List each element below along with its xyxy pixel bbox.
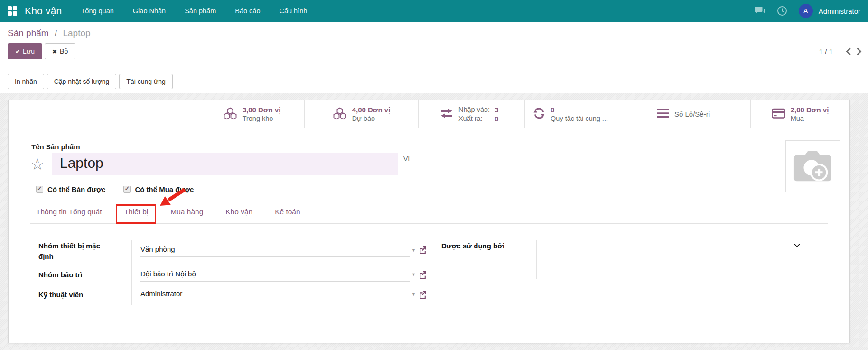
main-menu: Tổng quan Giao Nhận Sản phẩm Báo cáo Cấu…	[81, 7, 307, 15]
product-form-sheet: 3,00 Đơn vị Trong kho 4,00 Đơn vị	[8, 100, 850, 343]
breadcrumb: Sản phẩm / Laptop	[0, 22, 868, 39]
annotation-red-rectangle	[116, 204, 156, 224]
menu-item-bao-cao[interactable]: Báo cáo	[235, 7, 260, 15]
stat-product-moves[interactable]: Nhập vào: 3 Xuất ra: 0	[418, 100, 524, 128]
stat-lot-serial[interactable]: Số Lô/Sê-ri	[616, 100, 750, 128]
menu-item-cau-hinh[interactable]: Cấu hình	[279, 7, 307, 15]
dropdown-caret-icon[interactable]: ▼	[411, 292, 416, 297]
app-title[interactable]: Kho vận	[25, 5, 62, 17]
used-by-select[interactable]	[545, 239, 815, 253]
action-toolbar: In nhãn Cập nhật số lượng Tái cung ứng	[0, 71, 868, 93]
translation-badge[interactable]: VI	[398, 153, 415, 175]
save-button[interactable]: ✔Lưu	[8, 43, 42, 59]
menu-item-tong-quan[interactable]: Tổng quan	[81, 7, 113, 15]
replenish-button[interactable]: Tái cung ứng	[119, 74, 173, 89]
print-labels-button[interactable]: In nhãn	[8, 74, 44, 89]
dropdown-caret-icon[interactable]: ▼	[411, 248, 416, 253]
avatar[interactable]: A	[799, 4, 813, 18]
stat-button-box: 3,00 Đơn vị Trong kho 4,00 Đơn vị	[9, 100, 849, 128]
stat-purchased[interactable]: 2,00 Đơn vị Mua	[750, 100, 849, 128]
pager-next-icon[interactable]	[854, 47, 862, 55]
discard-button[interactable]: ✖Bỏ	[45, 43, 75, 59]
field-maintenance-team: Nhóm bảo trì Đội bảo trì Nội bộ ▼	[38, 268, 424, 282]
notebook-tabs: Thông tin Tổng quát Thiết bị Mua hàng Kh…	[30, 202, 828, 224]
maintenance-team-input[interactable]: Đội bảo trì Nội bộ	[140, 268, 410, 282]
exchange-arrows-icon	[440, 108, 453, 120]
list-icon	[657, 109, 669, 120]
product-name-label: Tên Sản phẩm	[30, 143, 828, 151]
cubes-icon	[333, 107, 347, 122]
field-technician: Kỹ thuật viên Administrator ▼	[38, 288, 424, 301]
field-default-equipment-group: Nhóm thiết bị mặc định Văn phòng ▼	[38, 239, 424, 262]
credit-card-icon	[772, 108, 785, 121]
product-image-upload[interactable]	[785, 140, 840, 192]
refresh-icon	[533, 108, 545, 121]
product-name-input[interactable]: Laptop	[52, 153, 398, 175]
default-equipment-group-input[interactable]: Văn phòng	[140, 243, 410, 257]
top-navbar: Kho vận Tổng quan Giao Nhận Sản phẩm Báo…	[0, 0, 868, 22]
user-menu[interactable]: Administrator	[819, 7, 860, 15]
messages-icon[interactable]	[754, 6, 765, 16]
favorite-star-icon[interactable]: ☆	[30, 153, 52, 175]
annotation-red-arrow	[154, 187, 189, 209]
checkbox-checked-icon	[36, 186, 43, 193]
pager-count[interactable]: 1 / 1	[819, 47, 833, 55]
cubes-icon	[223, 107, 237, 122]
checkbox-checked-icon	[123, 186, 131, 193]
breadcrumb-parent[interactable]: Sản phẩm	[8, 28, 49, 38]
field-used-by: Được sử dụng bởi	[441, 239, 828, 253]
tab-accounting[interactable]: Kế toán	[275, 208, 300, 223]
check-icon: ✔	[15, 48, 20, 55]
breadcrumb-current: Laptop	[63, 28, 90, 38]
tab-purchase[interactable]: Mua hàng	[170, 208, 203, 223]
stat-on-hand[interactable]: 3,00 Đơn vị Trong kho	[199, 100, 304, 128]
activities-clock-icon[interactable]	[777, 6, 787, 16]
x-icon: ✖	[52, 48, 57, 55]
update-quantity-button[interactable]: Cập nhật số lượng	[47, 74, 117, 89]
tab-general-information[interactable]: Thông tin Tổng quát	[36, 208, 102, 223]
technician-input[interactable]: Administrator	[140, 288, 410, 301]
stat-forecasted[interactable]: 4,00 Đơn vị Dự báo	[304, 100, 418, 128]
tab-inventory[interactable]: Kho vận	[225, 208, 252, 223]
apps-grid-icon[interactable]	[8, 6, 17, 16]
chevron-down-icon	[794, 241, 800, 247]
menu-item-giao-nhan[interactable]: Giao Nhận	[133, 7, 166, 15]
pager-previous-icon[interactable]	[846, 47, 854, 55]
menu-item-san-pham[interactable]: Sản phẩm	[185, 7, 216, 15]
dropdown-caret-icon[interactable]: ▼	[411, 272, 416, 277]
breadcrumb-separator: /	[55, 28, 57, 38]
can-be-sold-checkbox[interactable]: Có thể Bán được	[36, 185, 105, 193]
content-background: 3,00 Đơn vị Trong kho 4,00 Đơn vị	[0, 93, 868, 350]
camera-plus-icon	[792, 147, 834, 185]
stat-reordering-rules[interactable]: 0 Quy tắc tái cung ...	[524, 100, 616, 128]
